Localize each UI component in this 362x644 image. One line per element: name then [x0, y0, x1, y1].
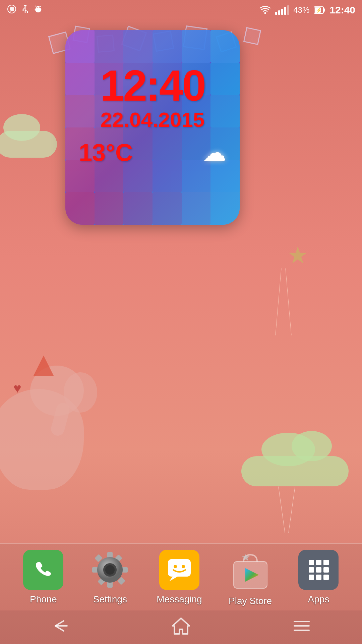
status-time: 12:40	[329, 4, 355, 16]
messaging-app-icon[interactable]	[159, 550, 199, 590]
widget-date: 22.04.2015	[75, 107, 230, 132]
messaging-svg-icon	[166, 557, 193, 582]
dock-item-playstore[interactable]: ★ Play Store	[229, 548, 272, 606]
elephant-hat	[34, 356, 54, 376]
phone-app-icon[interactable]	[23, 550, 63, 590]
star-balloon: ★	[287, 241, 308, 269]
dock: Phone	[0, 543, 362, 610]
svg-marker-49	[173, 618, 189, 634]
svg-line-12	[40, 6, 41, 7]
status-right-icons: 43% ⚡ 12:40	[259, 4, 355, 16]
battery-icon: ⚡	[313, 5, 325, 15]
android-bug-icon	[34, 4, 43, 16]
settings-label: Settings	[93, 594, 127, 605]
svg-rect-44	[316, 567, 321, 573]
photo-frame-8	[243, 27, 261, 45]
svg-line-11	[35, 6, 36, 7]
elephant-heart: ♥	[13, 381, 21, 396]
phone-label: Phone	[30, 594, 57, 605]
svg-point-9	[37, 7, 38, 8]
dock-item-phone[interactable]: Phone	[23, 550, 63, 605]
cloud-top-left	[0, 114, 64, 158]
navigation-bar	[0, 610, 362, 644]
playstore-label: Play Store	[229, 596, 272, 606]
back-button[interactable]	[37, 614, 84, 641]
svg-rect-41	[316, 560, 321, 565]
menu-button[interactable]	[278, 615, 325, 640]
widget-cloud-icon: ☁	[203, 139, 226, 166]
svg-marker-33	[169, 577, 178, 581]
playstore-app-icon[interactable]: ★	[229, 548, 272, 592]
svg-point-8	[36, 6, 40, 9]
svg-point-34	[174, 565, 177, 568]
battery-percent-text: 43%	[293, 5, 309, 15]
widget-temperature: 13°C	[79, 139, 133, 166]
svg-rect-32	[168, 559, 191, 577]
svg-point-15	[264, 12, 266, 14]
apps-app-icon[interactable]	[298, 550, 339, 590]
apps-svg-icon	[306, 557, 331, 582]
svg-rect-2	[24, 5, 26, 6]
status-bar: 43% ⚡ 12:40	[0, 0, 362, 20]
gear-svg-icon	[92, 551, 128, 588]
viber-icon	[7, 4, 17, 16]
elephant: ♥	[0, 356, 94, 490]
wifi-icon	[259, 5, 271, 15]
svg-rect-46	[309, 575, 314, 580]
cloud-balloon-strings	[272, 486, 305, 540]
svg-rect-45	[323, 567, 329, 573]
clock-widget[interactable]: 12:40 22.04.2015 13°C ☁	[65, 30, 240, 225]
dock-item-messaging[interactable]: Messaging	[157, 550, 202, 605]
home-icon	[171, 616, 191, 635]
cloud-bump	[292, 431, 332, 461]
usb-icon	[21, 4, 29, 16]
messaging-label: Messaging	[157, 594, 202, 605]
dock-item-apps[interactable]: Apps	[298, 550, 339, 605]
svg-rect-42	[323, 560, 329, 565]
settings-app-icon[interactable]	[90, 550, 130, 590]
svg-point-35	[182, 565, 185, 568]
svg-text:⚡: ⚡	[316, 7, 322, 13]
phone-svg-icon	[32, 558, 55, 582]
svg-rect-43	[309, 567, 314, 573]
star-balloon-strings	[272, 268, 298, 352]
back-icon	[50, 618, 70, 634]
signal-bars-icon	[275, 5, 289, 15]
svg-rect-17	[323, 8, 325, 12]
widget-weather: 13°C ☁	[75, 139, 230, 166]
playstore-svg-icon: ★	[229, 548, 272, 592]
cloud-bottom-right	[241, 433, 349, 486]
svg-point-10	[39, 7, 40, 8]
status-left-icons	[7, 4, 43, 16]
apps-label: Apps	[308, 594, 329, 605]
svg-text:★: ★	[241, 552, 250, 563]
svg-point-4	[22, 9, 24, 11]
svg-rect-40	[309, 560, 314, 565]
svg-rect-6	[27, 11, 28, 13]
svg-rect-47	[316, 575, 321, 580]
svg-rect-48	[323, 575, 329, 580]
widget-time: 12:40	[75, 64, 230, 107]
svg-point-31	[105, 565, 115, 575]
dock-item-settings[interactable]: Settings	[90, 550, 130, 605]
menu-icon	[292, 618, 312, 633]
home-button[interactable]	[158, 613, 204, 641]
